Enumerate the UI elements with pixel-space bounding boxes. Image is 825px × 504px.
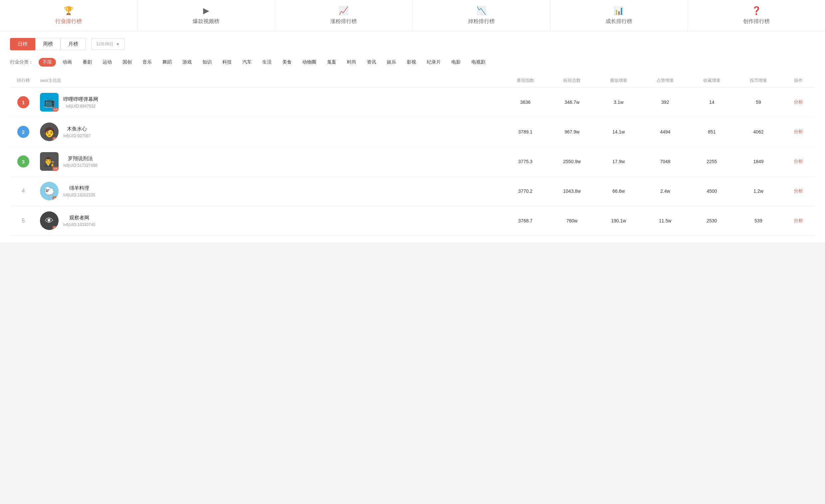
collect-3: 2255 [688, 159, 735, 164]
analyze-btn-1[interactable]: 分析 [794, 99, 803, 104]
tab-weekly[interactable]: 周榜 [35, 38, 61, 50]
user-name-5: 观察者网 [63, 215, 95, 221]
user-info-4: 绵羊料理 lv6|UID:18202105 [63, 185, 95, 197]
category-animals[interactable]: 动物圈 [298, 58, 320, 67]
category-drama[interactable]: 番剧 [79, 58, 96, 67]
score-3: 3775.3 [502, 159, 549, 164]
rank-cell-4: 4 [10, 188, 36, 194]
category-domestic[interactable]: 国创 [119, 58, 136, 67]
user-name-2: 木鱼水心 [63, 126, 91, 132]
category-car[interactable]: 汽车 [238, 58, 256, 67]
tab-monthly[interactable]: 月榜 [61, 38, 86, 50]
ranking-table: 排行榜 uesr主信息 番茄指数 粉丝总数 播放增量 点赞增量 收藏增量 投币增… [10, 74, 815, 236]
analyze-btn-5[interactable]: 分析 [794, 218, 803, 223]
category-fashion[interactable]: 时尚 [343, 58, 360, 67]
user-cell-5: 👁 lv6 观察者网 lv6|UID:10330740 [36, 211, 502, 230]
category-anime[interactable]: 动画 [59, 58, 76, 67]
user-uid-4: lv6|UID:18202105 [63, 193, 95, 197]
table-header: 排行榜 uesr主信息 番茄指数 粉丝总数 播放增量 点赞增量 收藏增量 投币增… [10, 74, 815, 87]
user-cell-3: 👨‍⚖️ lv6 罗翔说刑法 lv6|UID:517327498 [36, 152, 502, 171]
score-1: 3836 [502, 99, 549, 105]
play-1: 3.1w [595, 99, 642, 105]
nav-loss-label: 掉粉排行榜 [468, 18, 495, 25]
category-horror[interactable]: 鬼畜 [323, 58, 340, 67]
user-cell-2: 🧑 lv6 木鱼水心 lv6|UID:927587 [36, 123, 502, 141]
score-5: 3768.7 [502, 218, 549, 223]
header-collect: 收藏增量 [688, 78, 735, 84]
rank-badge-2: 2 [17, 126, 29, 138]
nav-create-label: 创作排行榜 [743, 18, 770, 25]
category-sports[interactable]: 运动 [98, 58, 116, 67]
score-4: 3770.2 [502, 189, 549, 194]
collect-5: 2530 [688, 218, 735, 223]
like-1: 392 [642, 99, 688, 105]
date-selector[interactable]: 12月26日 ▼ [91, 38, 125, 50]
header-like: 点赞增量 [642, 78, 688, 84]
user-uid-2: lv6|UID:927587 [63, 134, 91, 138]
category-music[interactable]: 音乐 [139, 58, 156, 67]
avatar-5: 👁 lv6 [40, 211, 59, 230]
create-icon: ❓ [751, 6, 761, 15]
user-name-3: 罗翔说刑法 [63, 155, 97, 162]
category-food[interactable]: 美食 [278, 58, 296, 67]
rank-badge-3: 3 [17, 155, 29, 167]
play-2: 14.1w [595, 129, 642, 135]
analyze-btn-4[interactable]: 分析 [794, 188, 803, 194]
fans-3: 2550.9w [549, 159, 595, 164]
nav-create[interactable]: ❓ 创作排行榜 [688, 0, 825, 31]
table-row: 3 👨‍⚖️ lv6 罗翔说刑法 lv6|UID:517327498 3775.… [10, 147, 815, 176]
fans-5: 760w [549, 218, 595, 223]
analyze-btn-2[interactable]: 分析 [794, 129, 803, 134]
user-info-5: 观察者网 lv6|UID:10330740 [63, 215, 95, 227]
header-play: 播放增量 [595, 78, 642, 84]
user-info-1: 哔哩哔哩弹幕网 lv6|UID:8047632 [63, 96, 98, 109]
nav-rise[interactable]: 📊 成长排行榜 [550, 0, 688, 31]
category-doc[interactable]: 纪录片 [423, 58, 445, 67]
category-news[interactable]: 资讯 [363, 58, 380, 67]
play-4: 66.6w [595, 189, 642, 194]
rank-cell-2: 2 [10, 126, 36, 138]
nav-loss[interactable]: 📉 掉粉排行榜 [413, 0, 550, 31]
nav-viral[interactable]: ▶ 爆款视频榜 [138, 0, 275, 31]
date-value: 12月26日 [96, 41, 113, 47]
category-knowledge[interactable]: 知识 [199, 58, 216, 67]
category-movie[interactable]: 电影 [447, 58, 465, 67]
category-tv[interactable]: 影视 [403, 58, 420, 67]
play-icon: ▶ [203, 6, 209, 15]
chevron-down-icon: ▼ [116, 42, 120, 47]
user-uid-3: lv6|UID:517327498 [63, 163, 97, 168]
category-life[interactable]: 生活 [258, 58, 276, 67]
category-game[interactable]: 游戏 [178, 58, 196, 67]
like-4: 2.4w [642, 189, 688, 194]
category-tech[interactable]: 科技 [218, 58, 236, 67]
analyze-btn-3[interactable]: 分析 [794, 158, 803, 164]
coin-1: 59 [735, 99, 782, 105]
header-action: 操作 [782, 78, 815, 84]
header-score: 番茄指数 [502, 78, 549, 84]
like-3: 7048 [642, 159, 688, 164]
fans-2: 967.9w [549, 129, 595, 135]
rank-number-4: 4 [22, 188, 25, 194]
rank-cell-5: 5 [10, 218, 36, 224]
user-cell-4: 🐑 lv6 绵羊料理 lv6|UID:18202105 [36, 182, 502, 200]
rank-cell-1: 1 [10, 96, 36, 108]
user-info-3: 罗翔说刑法 lv6|UID:517327498 [63, 155, 97, 168]
tab-daily[interactable]: 日榜 [10, 38, 35, 50]
avatar-2: 🧑 lv6 [40, 123, 59, 141]
category-teleplay[interactable]: 电视剧 [467, 58, 490, 67]
nav-viral-label: 爆款视频榜 [193, 18, 219, 25]
table-row: 5 👁 lv6 观察者网 lv6|UID:10330740 3768.7 760… [10, 206, 815, 236]
fans-1: 346.7w [549, 99, 595, 105]
user-name-1: 哔哩哔哩弹幕网 [63, 96, 98, 102]
user-cell-1: 📺 lv6 哔哩哔哩弹幕网 lv6|UID:8047632 [36, 93, 502, 112]
category-entertainment[interactable]: 娱乐 [383, 58, 400, 67]
table-row: 2 🧑 lv6 木鱼水心 lv6|UID:927587 3789.1 967.9… [10, 117, 815, 147]
play-5: 190.1w [595, 218, 642, 223]
nav-growth[interactable]: 📈 涨粉排行榜 [275, 0, 412, 31]
nav-industry[interactable]: 🏆 行业排行榜 [0, 0, 138, 31]
category-dance[interactable]: 舞蹈 [158, 58, 176, 67]
header-rank: 排行榜 [10, 78, 36, 84]
collect-2: 851 [688, 129, 735, 135]
category-all[interactable]: 不限 [39, 58, 56, 67]
top-navigation: 🏆 行业排行榜 ▶ 爆款视频榜 📈 涨粉排行榜 📉 掉粉排行榜 📊 成长排行榜 … [0, 0, 825, 31]
